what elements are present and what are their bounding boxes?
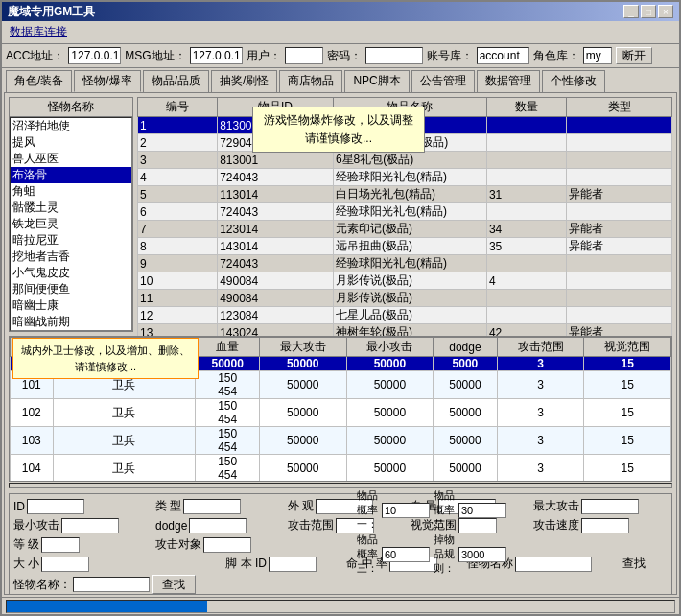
detail-target-label: 攻击对象	[155, 536, 201, 553]
detail-dodge-input[interactable]	[189, 518, 247, 533]
detail-max-atk-label: 最大攻击	[533, 498, 579, 514]
item-rate2-label: 物品概率二：	[434, 488, 455, 532]
monster-list[interactable]: 沼泽拍地使提风兽人巫医布洛骨角蛆骷髅土灵铁龙巨灵暗拉尼亚挖地者吉香小气鬼皮皮那间…	[10, 117, 132, 331]
acc-input[interactable]	[68, 47, 121, 64]
pwd-label: 密码：	[327, 48, 362, 64]
monster-list-item[interactable]: 暗拉尼亚	[11, 232, 131, 249]
monster-list-item[interactable]: 暗幽/流前期	[11, 330, 131, 331]
detail-level-input[interactable]	[41, 537, 80, 553]
monster-list-item[interactable]: 暗幽士康	[11, 297, 131, 314]
connect-button[interactable]: 断开	[616, 47, 652, 64]
monster-list-item[interactable]: 提风	[11, 134, 131, 151]
table-row[interactable]: 104卫兵150454500005000050000315	[11, 455, 671, 483]
pwd-input[interactable]	[365, 47, 423, 64]
monster-name-find-label: 怪物名称：	[13, 577, 71, 593]
monster-panel-title: 怪物名称	[10, 98, 132, 117]
guard-col-max-atk: 最大攻击	[259, 338, 346, 357]
detail-level-label: 等 级	[13, 536, 39, 553]
table-row[interactable]: 103卫兵150454500005000050000315	[11, 427, 671, 455]
tab-announcement[interactable]: 公告管理	[411, 70, 475, 92]
detail-dodge-label: dodge	[155, 519, 187, 533]
item-rate1-label: 物品概率一：	[357, 488, 378, 532]
monster-list-item[interactable]: 那间便便鱼	[11, 281, 131, 297]
tab-role-equipment[interactable]: 角色/装备	[6, 70, 72, 92]
detail-script-input[interactable]	[269, 557, 317, 572]
tab-monster-rate[interactable]: 怪物/爆率	[74, 70, 140, 92]
item-rate1-input[interactable]	[382, 503, 430, 518]
table-row[interactable]: 4724043经验球阳光礼包(精品)	[138, 169, 672, 186]
guard-col-hp: 血量	[196, 338, 260, 357]
detail-min-atk-input[interactable]	[61, 518, 119, 533]
detail-min-atk-label: 最小攻击	[13, 517, 59, 533]
tabs-bar: 角色/装备 怪物/爆率 物品/品质 抽奖/刷怪 商店物品 NPC脚本 公告管理 …	[2, 68, 679, 92]
monster-list-item[interactable]: 布洛骨	[11, 167, 131, 183]
user-input[interactable]	[285, 47, 323, 64]
detail-id-input[interactable]	[27, 499, 84, 514]
monster-name-find-input[interactable]	[73, 577, 150, 592]
acc-label: ACC地址：	[6, 48, 64, 64]
monster-list-item[interactable]: 小气鬼皮皮	[11, 265, 131, 281]
detail-script-label: 脚 本 ID	[225, 556, 267, 572]
item-rate3-label: 物品概率三：	[357, 533, 378, 576]
db-input[interactable]	[477, 47, 529, 64]
tooltip-text: 游戏怪物爆炸修改，以及调整 请谨慎修改...	[264, 113, 413, 145]
detail-type-input[interactable]	[183, 499, 241, 514]
monster-list-item[interactable]: 兽人巫医	[11, 151, 131, 167]
tab-data-management[interactable]: 数据管理	[477, 70, 540, 92]
detail-atk-range-label: 攻击范围	[288, 517, 334, 533]
top-section: 怪物名称 沼泽拍地使提风兽人巫医布洛骨角蛆骷髅土灵铁龙巨灵暗拉尼亚挖地者吉香小气…	[9, 97, 672, 332]
monster-list-item[interactable]: 暗幽战前期	[11, 314, 131, 330]
minimize-button[interactable]: _	[623, 5, 639, 18]
drop-rule-label: 掉物品规则：	[434, 533, 455, 576]
detail-atk-speed-input[interactable]	[581, 518, 629, 533]
items-tooltip: 游戏怪物爆炸修改，以及调整 请谨慎修改...	[252, 107, 425, 153]
monster-list-item[interactable]: 挖地者吉香	[11, 249, 131, 265]
role-input[interactable]	[583, 47, 612, 64]
detail-max-atk-input[interactable]	[581, 499, 639, 514]
monster-list-panel: 怪物名称 沼泽拍地使提风兽人巫医布洛骨角蛆骷髅土灵铁龙巨灵暗拉尼亚挖地者吉香小气…	[9, 97, 133, 332]
detail-size-input[interactable]	[41, 557, 89, 572]
table-row[interactable]: 9724043经验球阳光礼包(精品)	[138, 255, 672, 272]
monster-list-item[interactable]: 角蛆	[11, 183, 131, 200]
detail-target-input[interactable]	[203, 537, 251, 553]
table-row[interactable]: 10490084月影传说(极品)4	[138, 272, 672, 290]
menu-database[interactable]: 数据库连接	[6, 23, 71, 41]
table-row[interactable]: 11490084月影传说(极品)	[138, 290, 672, 307]
table-row[interactable]: 8143014远吊扭曲(极品)35异能者	[138, 238, 672, 255]
db-label: 账号库：	[427, 48, 473, 64]
detail-size-label: 大 小	[13, 556, 39, 572]
msg-input[interactable]	[190, 47, 243, 64]
tab-shop-item[interactable]: 商店物品	[279, 70, 342, 92]
detail-id-label: ID	[13, 500, 25, 513]
table-row[interactable]: 38130016星8礼包(极品)	[138, 152, 672, 169]
table-row[interactable]: 102卫兵150454500005000050000315	[11, 399, 671, 427]
table-row[interactable]: 12123084七星儿品(极品)	[138, 307, 672, 324]
find-monster-button[interactable]: 查找	[152, 575, 196, 594]
item-rate3-input[interactable]	[382, 547, 430, 562]
monster-list-item[interactable]: 沼泽拍地使	[11, 118, 131, 134]
status-progress	[6, 600, 675, 613]
maximize-button[interactable]: □	[641, 5, 656, 18]
close-button[interactable]: ×	[658, 5, 673, 18]
menu-bar: 数据库连接	[2, 21, 679, 44]
monster-list-item[interactable]: 骷髅土灵	[11, 200, 131, 216]
tab-npc-script[interactable]: NPC脚本	[344, 70, 409, 92]
status-bar	[2, 597, 679, 614]
user-label: 用户：	[247, 48, 281, 64]
tab-lottery[interactable]: 抽奖/刷怪	[211, 70, 277, 92]
monster-list-item[interactable]: 铁龙巨灵	[11, 216, 131, 232]
toolbar: ACC地址： MSG地址： 用户： 密码： 账号库： 角色库： 断开	[2, 44, 679, 68]
item-rate2-input[interactable]	[458, 503, 506, 518]
main-content: 怪物名称 沼泽拍地使提风兽人巫医布洛骨角蛆骷髅土灵铁龙巨灵暗拉尼亚挖地者吉香小气…	[4, 92, 677, 595]
table-row[interactable]: 6724043经验球阳光礼包(精品)	[138, 203, 672, 221]
drop-rule-input[interactable]	[458, 547, 506, 562]
table-row[interactable]: 7123014元素印记(极品)34异能者	[138, 221, 672, 238]
detail-monster-name-input[interactable]	[515, 557, 592, 572]
col-num: 编号	[138, 98, 218, 117]
title-buttons: _ □ ×	[623, 5, 673, 18]
table-row[interactable]: 5113014白日场光礼包(精品)31异能者	[138, 186, 672, 203]
detail-section: ID 类 型 外 观 血 量 最大攻击	[9, 493, 672, 595]
tab-item-quality[interactable]: 物品/品质	[143, 70, 209, 92]
title-bar: 魔域专用GM工具 _ □ ×	[2, 2, 679, 21]
tab-personal[interactable]: 个性修改	[542, 70, 605, 92]
